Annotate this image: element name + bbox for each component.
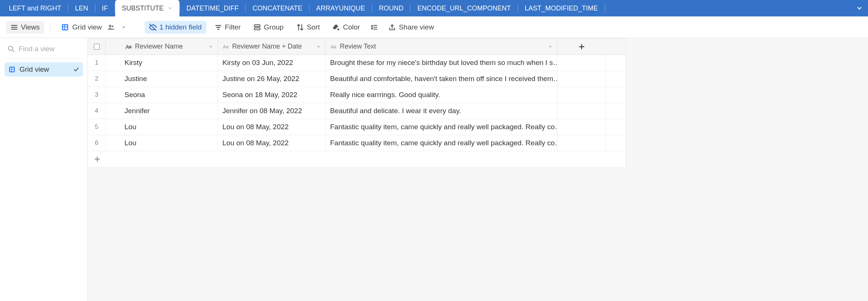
tab-label: ARRAYUNIQUE bbox=[316, 4, 365, 12]
svg-marker-35 bbox=[549, 46, 552, 48]
table-row[interactable]: 4 Jennifer Jennifer on 08 May, 2022 Beau… bbox=[88, 103, 626, 119]
cell-reviewer-name[interactable]: Kirsty bbox=[106, 55, 218, 71]
svg-rect-6 bbox=[63, 27, 65, 30]
tab-if[interactable]: IF bbox=[95, 0, 115, 16]
column-header-reviewer-name-date[interactable]: A≡ Reviewer Name + Date bbox=[218, 38, 326, 55]
add-row-button[interactable] bbox=[88, 151, 200, 167]
chevron-down-icon[interactable] bbox=[167, 6, 173, 11]
cell-review-text[interactable]: Beautiful and comfortable, haven't taken… bbox=[326, 71, 557, 87]
svg-rect-13 bbox=[216, 27, 220, 28]
share-view-button[interactable]: Share view bbox=[384, 21, 438, 34]
tab-separator bbox=[605, 4, 605, 13]
people-icon bbox=[107, 24, 115, 31]
check-icon bbox=[73, 66, 79, 72]
svg-rect-26 bbox=[10, 68, 11, 69]
svg-marker-33 bbox=[317, 46, 320, 48]
svg-text:A≡: A≡ bbox=[223, 44, 229, 49]
cell-reviewer-name[interactable]: Lou bbox=[106, 119, 218, 135]
cell-reviewer-name-date[interactable]: Seona on 18 May, 2022 bbox=[218, 87, 326, 103]
table-row[interactable]: 1 Kirsty Kirsty on 03 Jun, 2022 Brought … bbox=[88, 55, 626, 71]
row-number[interactable]: 6 bbox=[88, 135, 106, 151]
cell-review-text[interactable]: Brought these for my niece's birthday bu… bbox=[326, 55, 557, 71]
cell-reviewer-name[interactable]: Justine bbox=[106, 71, 218, 87]
cell-reviewer-name-date[interactable]: Jennifer on 08 May, 2022 bbox=[218, 103, 326, 119]
tab-arrayunique[interactable]: ARRAYUNIQUE bbox=[310, 0, 372, 16]
row-number[interactable]: 4 bbox=[88, 103, 106, 119]
tab-last-modified-time[interactable]: LAST_MODIFIED_TIME bbox=[518, 0, 605, 16]
cell-review-text[interactable]: Beautiful and delicate. I wear it every … bbox=[326, 103, 557, 119]
table-row[interactable]: 2 Justine Justine on 26 May, 2022 Beauti… bbox=[88, 71, 626, 87]
plus-icon bbox=[94, 156, 101, 162]
cell-reviewer-name[interactable]: Lou bbox=[106, 135, 218, 151]
share-icon bbox=[388, 24, 396, 31]
table-row[interactable]: 3 Seona Seona on 18 May, 2022 Really nic… bbox=[88, 87, 626, 103]
sort-button[interactable]: Sort bbox=[292, 21, 324, 34]
svg-line-24 bbox=[12, 50, 14, 52]
tab-datetime-diff[interactable]: DATETIME_DIFF bbox=[180, 0, 246, 16]
select-all-checkbox[interactable] bbox=[94, 44, 100, 50]
svg-rect-7 bbox=[65, 27, 67, 30]
tab-encode-url-component[interactable]: ENCODE_URL_COMPONENT bbox=[410, 0, 517, 16]
find-view-search[interactable] bbox=[4, 42, 83, 59]
grid-icon bbox=[8, 66, 16, 73]
table-row[interactable]: 5 Lou Lou on 08 May, 2022 Fantastic qual… bbox=[88, 119, 626, 135]
tab-left-and-right[interactable]: LEFT and RIGHT bbox=[2, 0, 68, 16]
grid-icon bbox=[61, 23, 69, 31]
cell-reviewer-name-date[interactable]: Lou on 08 May, 2022 bbox=[218, 119, 326, 135]
tabs-overflow-button[interactable] bbox=[851, 0, 868, 16]
filter-button[interactable]: Filter bbox=[210, 21, 245, 34]
view-switcher[interactable]: Grid view bbox=[56, 21, 130, 34]
cell-empty bbox=[557, 87, 606, 103]
tab-round[interactable]: ROUND bbox=[372, 0, 410, 16]
color-label: Color bbox=[343, 23, 360, 31]
tab-label: ROUND bbox=[379, 4, 403, 12]
column-header-review-text[interactable]: A≡ Review Text bbox=[326, 38, 557, 55]
cell-review-text[interactable]: Really nice earrrings. Good quality. bbox=[326, 87, 557, 103]
sidebar-view-grid[interactable]: Grid view bbox=[4, 62, 83, 77]
cell-reviewer-name-date[interactable]: Kirsty on 03 Jun, 2022 bbox=[218, 55, 326, 71]
select-all-header[interactable] bbox=[88, 38, 106, 55]
cell-review-text[interactable]: Fantastic quality item, came quickly and… bbox=[326, 119, 557, 135]
grid-container: A≡ Reviewer Name A≡ Reviewer Name + Date bbox=[88, 38, 868, 301]
row-number[interactable]: 3 bbox=[88, 87, 106, 103]
hidden-fields-button[interactable]: 1 hidden field bbox=[145, 21, 206, 34]
tab-label: SUBSTITUTE bbox=[122, 4, 164, 12]
row-height-button[interactable] bbox=[368, 21, 380, 33]
group-button[interactable]: Group bbox=[249, 21, 288, 34]
views-button[interactable]: Views bbox=[6, 21, 44, 34]
views-sidebar: Grid view bbox=[0, 38, 88, 301]
row-number[interactable]: 5 bbox=[88, 119, 106, 135]
svg-point-17 bbox=[338, 28, 339, 30]
chevron-down-icon bbox=[856, 5, 863, 12]
cell-reviewer-name[interactable]: Seona bbox=[106, 87, 218, 103]
plus-icon bbox=[578, 43, 585, 50]
svg-rect-12 bbox=[215, 25, 221, 26]
main-area: Grid view A≡ Reviewer Name bbox=[0, 38, 868, 301]
tab-label: LAST_MODIFIED_TIME bbox=[525, 4, 598, 12]
caret-down-icon[interactable] bbox=[548, 44, 552, 49]
color-button[interactable]: Color bbox=[328, 21, 364, 34]
find-view-input[interactable] bbox=[19, 45, 80, 53]
view-toolbar: Views Grid view 1 hidden field Filter Gr… bbox=[0, 16, 868, 38]
column-header-reviewer-name[interactable]: A≡ Reviewer Name bbox=[106, 38, 218, 55]
add-row[interactable] bbox=[88, 151, 626, 167]
svg-rect-14 bbox=[217, 29, 219, 30]
svg-rect-29 bbox=[12, 69, 14, 71]
row-number[interactable]: 2 bbox=[88, 71, 106, 87]
add-column-button[interactable] bbox=[557, 38, 606, 55]
formula-field-icon: A≡ bbox=[222, 43, 229, 50]
cell-reviewer-name[interactable]: Jennifer bbox=[106, 103, 218, 119]
row-number[interactable]: 1 bbox=[88, 55, 106, 71]
table-row[interactable]: 6 Lou Lou on 08 May, 2022 Fantastic qual… bbox=[88, 135, 626, 151]
cell-reviewer-name-date[interactable]: Justine on 26 May, 2022 bbox=[218, 71, 326, 87]
svg-rect-27 bbox=[12, 68, 14, 69]
tab-concatenate[interactable]: CONCATENATE bbox=[246, 0, 309, 16]
tab-substitute[interactable]: SUBSTITUTE bbox=[115, 0, 179, 16]
toolbar-separator bbox=[50, 22, 50, 32]
cell-reviewer-name-date[interactable]: Lou on 08 May, 2022 bbox=[218, 135, 326, 151]
caret-down-icon[interactable] bbox=[209, 44, 213, 49]
cell-review-text[interactable]: Fantastic quality item, came quickly and… bbox=[326, 135, 557, 151]
svg-text:A≡: A≡ bbox=[331, 44, 336, 49]
tab-len[interactable]: LEN bbox=[68, 0, 95, 16]
caret-down-icon[interactable] bbox=[316, 44, 321, 49]
